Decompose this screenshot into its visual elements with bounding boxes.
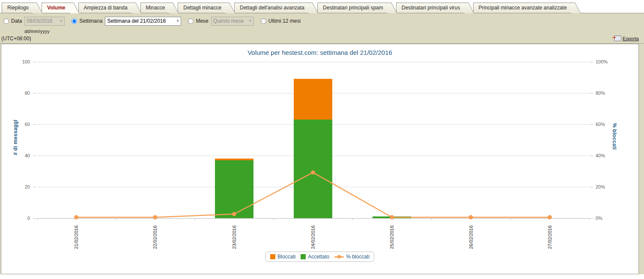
- timezone-label: (UTC+08:00): [1, 36, 31, 42]
- legend-label: Bloccati: [277, 254, 295, 260]
- radio-ultimi-12-mesi[interactable]: [261, 18, 266, 24]
- volume-report-page: RiepilogoVolumeAmpiezza di bandaMinacceD…: [0, 0, 644, 279]
- month-select-wrap: Questo mese: [211, 17, 254, 26]
- x-tick-label: 27/02/2016: [547, 221, 553, 249]
- x-axis-tick: [274, 218, 274, 220]
- y-tick-label: 80%: [596, 90, 614, 96]
- y-axis-tick: [590, 156, 593, 156]
- x-tick-label: 22/02/2016: [152, 221, 158, 249]
- line-marker: [153, 216, 157, 219]
- x-axis-tick: [195, 218, 195, 220]
- y-tick-label: 80: [11, 90, 30, 96]
- radio-mese[interactable]: [188, 18, 194, 24]
- y-tick-label: 20%: [596, 184, 614, 189]
- period-filter-row: Data 08/03/2016 Settimana Settimana del …: [3, 16, 303, 26]
- tab-volume[interactable]: Volume: [42, 3, 69, 13]
- x-axis-tick: [116, 218, 116, 220]
- y-tick-label: 0%: [596, 216, 614, 221]
- x-tick-label: 21/02/2016: [73, 221, 79, 249]
- y-axis-tick: [590, 124, 593, 125]
- export-link[interactable]: Esporta: [614, 36, 639, 41]
- y-axis-tick: [33, 156, 36, 156]
- chart-legend: BloccatiAccettato% bloccati: [1, 252, 638, 262]
- tab-ampiezza-di-banda[interactable]: Ampiezza di banda: [78, 3, 131, 13]
- bottom-strip: [0, 274, 644, 279]
- y-tick-label: 60: [11, 122, 30, 127]
- tab-dettagli-dell-analisi-avanzata[interactable]: Dettagli dell'analisi avanzata: [234, 3, 308, 13]
- x-axis-tick: [37, 218, 37, 220]
- radio-ultimi-12-mesi-label: Ultimi 12 mesi: [268, 18, 301, 24]
- filter-bar: Data 08/03/2016 Settimana Settimana del …: [0, 13, 644, 44]
- y-tick-label: 40%: [596, 153, 614, 158]
- y-axis-tick: [33, 218, 36, 219]
- line-marker: [232, 212, 236, 216]
- line-marker: [75, 216, 78, 219]
- radio-mese-label: Mese: [196, 18, 208, 24]
- percent-line: [37, 62, 589, 218]
- tab-destinatari-principali-spam[interactable]: Destinatari principali spam: [317, 3, 387, 13]
- tab-minacce[interactable]: Minacce: [140, 3, 169, 13]
- export-icon: [614, 36, 621, 41]
- radio-data[interactable]: [3, 18, 9, 24]
- line-marker: [548, 216, 552, 219]
- y-tick-label: 100: [11, 59, 30, 64]
- chart-panel: Volume per hestest.com: settimana del 21…: [1, 44, 639, 274]
- tab-bar: RiepilogoVolumeAmpiezza di bandaMinacceD…: [2, 3, 580, 13]
- y-axis-tick: [33, 124, 36, 125]
- y-axis-tick: [33, 62, 36, 62]
- line-marker: [469, 216, 473, 219]
- week-select[interactable]: Settimana del 21/02/2016: [105, 17, 181, 26]
- plot-area: [37, 62, 589, 218]
- legend-item-accettato: Accettato: [301, 254, 329, 260]
- x-axis-tick: [352, 218, 353, 220]
- y-tick-label: 100%: [596, 59, 614, 64]
- export-label: Esporta: [623, 36, 639, 41]
- legend-item-bloccati: Bloccati: [270, 254, 295, 260]
- y-tick-label: 40: [11, 153, 30, 158]
- radio-data-label: Data: [11, 18, 22, 24]
- week-select-wrap: Settimana del 21/02/2016: [105, 17, 181, 26]
- x-axis-tick: [510, 218, 511, 220]
- date-format-hint: dd/mm/yyyy: [24, 29, 50, 34]
- month-select[interactable]: Questo mese: [211, 17, 254, 26]
- legend-swatch: [270, 254, 275, 259]
- line-marker: [390, 216, 394, 219]
- legend-box: BloccatiAccettato% bloccati: [265, 252, 374, 262]
- tab-destinatari-principali-virus[interactable]: Destinatari principali virus: [396, 3, 464, 13]
- y-axis-tick: [33, 187, 36, 187]
- legend-swatch: [301, 254, 306, 259]
- radio-settimana[interactable]: [72, 18, 77, 24]
- x-tick-label: 25/02/2016: [389, 221, 395, 249]
- legend-line-marker: [334, 254, 344, 259]
- tab-riepilogo[interactable]: Riepilogo: [2, 3, 32, 13]
- y-axis-tick: [590, 93, 593, 93]
- line-marker: [311, 171, 315, 174]
- date-select[interactable]: 08/03/2016: [24, 17, 65, 26]
- x-axis-tick: [431, 218, 432, 220]
- y-tick-label: 0: [11, 216, 30, 221]
- legend-label: % bloccati: [346, 254, 370, 260]
- x-axis-line: [37, 218, 589, 219]
- y-tick-label: 60%: [596, 122, 614, 127]
- tab-dettagli-minacce[interactable]: Dettagli minacce: [178, 3, 225, 13]
- x-tick-label: 26/02/2016: [468, 221, 474, 249]
- legend-item--bloccati: % bloccati: [334, 254, 370, 260]
- chart-title: Volume per hestest.com: settimana del 21…: [1, 49, 638, 56]
- y-tick-label: 20: [11, 184, 30, 189]
- legend-label: Accettato: [308, 254, 329, 260]
- x-tick-label: 23/02/2016: [231, 221, 237, 249]
- tab-principali-minacce-avanzate-analizzate[interactable]: Principali minacce avanzate analizzate: [473, 3, 570, 13]
- y-axis-tick: [590, 218, 593, 219]
- y-axis-tick: [33, 93, 36, 93]
- y-axis-tick: [590, 62, 593, 62]
- x-tick-label: 24/02/2016: [310, 221, 316, 249]
- date-select-wrap: 08/03/2016: [24, 17, 65, 26]
- radio-settimana-label: Settimana: [79, 18, 102, 24]
- x-axis-tick: [589, 218, 590, 220]
- y-axis-tick: [590, 187, 593, 187]
